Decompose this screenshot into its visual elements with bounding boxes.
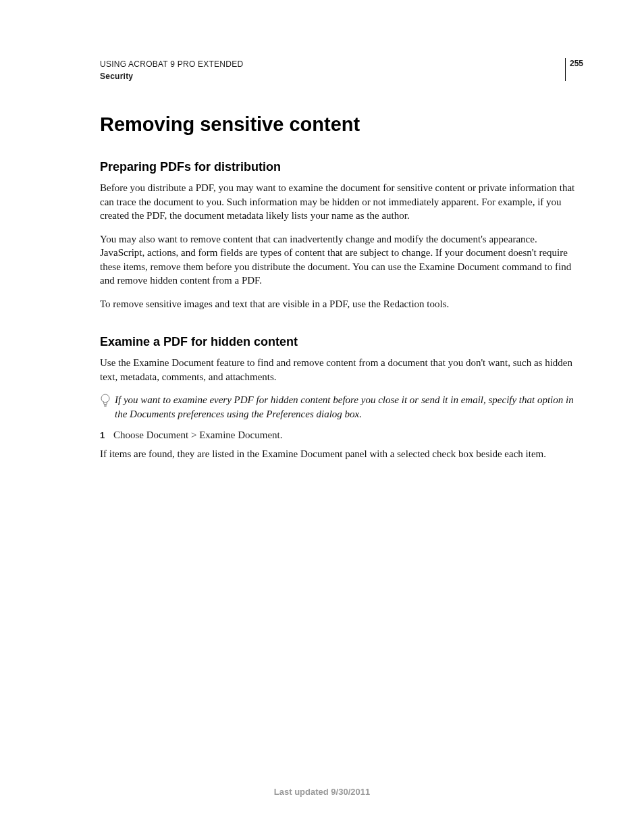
section-heading-examine: Examine a PDF for hidden content	[100, 335, 583, 349]
page-number-wrap: 255	[565, 58, 583, 81]
step-number: 1	[100, 430, 113, 440]
document-page: USING ACROBAT 9 PRO EXTENDED Security 25…	[0, 0, 644, 834]
svg-point-0	[101, 394, 109, 402]
body-paragraph: Use the Examine Document feature to find…	[100, 356, 583, 384]
page-content: Removing sensitive content Preparing PDF…	[100, 113, 583, 461]
tip-text: If you want to examine every PDF for hid…	[115, 393, 583, 421]
step-row: 1 Choose Document > Examine Document.	[100, 428, 583, 442]
page-number-rule	[565, 58, 566, 81]
body-paragraph: If items are found, they are listed in t…	[100, 447, 583, 461]
body-paragraph: To remove sensitive images and text that…	[100, 297, 583, 311]
header-section-name: Security	[100, 70, 243, 82]
section-heading-preparing: Preparing PDFs for distribution	[100, 160, 583, 174]
page-footer: Last updated 9/30/2011	[0, 787, 644, 797]
page-number: 255	[570, 58, 583, 68]
page-header: USING ACROBAT 9 PRO EXTENDED Security 25…	[100, 58, 583, 82]
lightbulb-icon	[100, 394, 113, 411]
page-title: Removing sensitive content	[100, 113, 583, 136]
header-left: USING ACROBAT 9 PRO EXTENDED Security	[100, 58, 243, 82]
step-text: Choose Document > Examine Document.	[113, 428, 283, 442]
body-paragraph: You may also want to remove content that…	[100, 232, 583, 288]
header-product-title: USING ACROBAT 9 PRO EXTENDED	[100, 58, 243, 70]
tip-block: If you want to examine every PDF for hid…	[100, 393, 583, 421]
body-paragraph: Before you distribute a PDF, you may wan…	[100, 181, 583, 223]
